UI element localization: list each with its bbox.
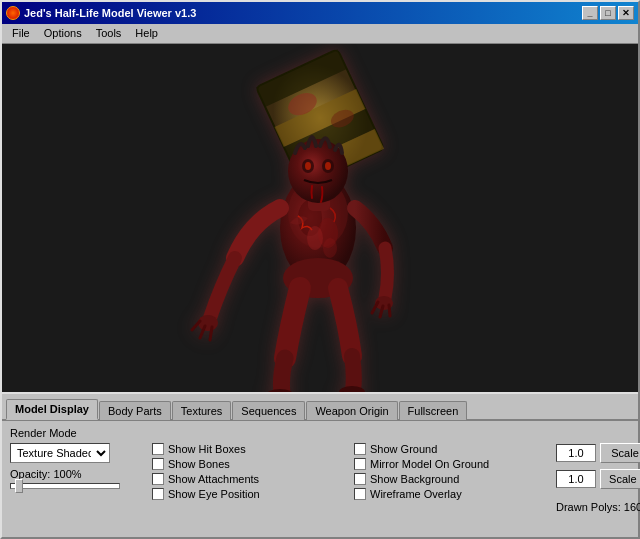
title-bar: Jed's Half-Life Model Viewer v1.3 _ □ ✕ bbox=[2, 2, 638, 24]
show-hit-boxes-checkbox[interactable] bbox=[152, 443, 164, 455]
svg-point-23 bbox=[307, 226, 323, 250]
main-window: Jed's Half-Life Model Viewer v1.3 _ □ ✕ … bbox=[0, 0, 640, 539]
mirror-model-label: Mirror Model On Ground bbox=[370, 458, 489, 470]
show-background-label: Show Background bbox=[370, 473, 459, 485]
show-ground-row: Show Ground bbox=[354, 443, 554, 455]
wireframe-overlay-row: Wireframe Overlay bbox=[354, 488, 554, 500]
show-ground-checkbox[interactable] bbox=[354, 443, 366, 455]
wireframe-overlay-checkbox[interactable] bbox=[354, 488, 366, 500]
close-button[interactable]: ✕ bbox=[618, 6, 634, 20]
maximize-button[interactable]: □ bbox=[600, 6, 616, 20]
svg-point-22 bbox=[325, 162, 331, 170]
render-mode-select[interactable]: Texture Shaded Flat Shaded Wireframe Sol… bbox=[10, 443, 110, 463]
scale-mesh-row: Scale Mesh bbox=[556, 443, 640, 463]
wireframe-overlay-label: Wireframe Overlay bbox=[370, 488, 462, 500]
slider-thumb bbox=[15, 479, 23, 493]
show-attachments-row: Show Attachments bbox=[152, 473, 352, 485]
title-bar-left: Jed's Half-Life Model Viewer v1.3 bbox=[6, 6, 196, 20]
opacity-slider[interactable] bbox=[10, 483, 120, 489]
show-hit-boxes-label: Show Hit Boxes bbox=[168, 443, 246, 455]
checkbox-col-1: Show Hit Boxes Show Bones Show Attachmen… bbox=[152, 443, 352, 500]
show-bones-checkbox[interactable] bbox=[152, 458, 164, 470]
render-mode-row: Render Mode bbox=[10, 427, 630, 439]
mirror-model-row: Mirror Model On Ground bbox=[354, 458, 554, 470]
checkbox-col-2: Show Ground Mirror Model On Ground Show … bbox=[354, 443, 554, 500]
show-eye-position-checkbox[interactable] bbox=[152, 488, 164, 500]
tab-fullscreen[interactable]: Fullscreen bbox=[399, 401, 468, 420]
scale-bones-button[interactable]: Scale Bones bbox=[600, 469, 640, 489]
tab-textures[interactable]: Textures bbox=[172, 401, 232, 420]
left-controls: Texture Shaded Flat Shaded Wireframe Sol… bbox=[10, 443, 150, 489]
svg-point-24 bbox=[323, 238, 337, 258]
slider-row bbox=[10, 483, 150, 489]
controls-grid: Texture Shaded Flat Shaded Wireframe Sol… bbox=[10, 443, 630, 513]
svg-point-21 bbox=[305, 162, 311, 170]
scale-bones-input[interactable] bbox=[556, 470, 596, 488]
menu-file[interactable]: File bbox=[6, 26, 36, 41]
render-mode-label: Render Mode bbox=[10, 427, 77, 439]
show-eye-position-label: Show Eye Position bbox=[168, 488, 260, 500]
show-ground-label: Show Ground bbox=[370, 443, 437, 455]
minimize-button[interactable]: _ bbox=[582, 6, 598, 20]
menu-bar: File Options Tools Help bbox=[2, 24, 638, 44]
bottom-panel: Model Display Body Parts Textures Sequen… bbox=[2, 392, 638, 537]
tab-content-model-display: Render Mode Texture Shaded Flat Shaded W… bbox=[2, 421, 638, 519]
menu-help[interactable]: Help bbox=[129, 26, 164, 41]
menu-options[interactable]: Options bbox=[38, 26, 88, 41]
tab-sequences[interactable]: Sequences bbox=[232, 401, 305, 420]
svg-point-13 bbox=[198, 315, 218, 331]
tab-model-display[interactable]: Model Display bbox=[6, 399, 98, 420]
window-title: Jed's Half-Life Model Viewer v1.3 bbox=[24, 7, 196, 19]
show-bones-row: Show Bones bbox=[152, 458, 352, 470]
menu-tools[interactable]: Tools bbox=[90, 26, 128, 41]
mirror-model-checkbox[interactable] bbox=[354, 458, 366, 470]
show-background-row: Show Background bbox=[354, 473, 554, 485]
show-attachments-checkbox[interactable] bbox=[152, 473, 164, 485]
right-controls: Scale Mesh Scale Bones Drawn Polys: 1600 bbox=[556, 443, 640, 513]
tab-weapon-origin[interactable]: Weapon Origin bbox=[306, 401, 397, 420]
title-bar-buttons: _ □ ✕ bbox=[582, 6, 634, 20]
scale-bones-row: Scale Bones bbox=[556, 469, 640, 489]
show-background-checkbox[interactable] bbox=[354, 473, 366, 485]
tabs-row: Model Display Body Parts Textures Sequen… bbox=[2, 394, 638, 421]
tab-body-parts[interactable]: Body Parts bbox=[99, 401, 171, 420]
show-eye-position-row: Show Eye Position bbox=[152, 488, 352, 500]
show-bones-label: Show Bones bbox=[168, 458, 230, 470]
scale-mesh-input[interactable] bbox=[556, 444, 596, 462]
app-icon bbox=[6, 6, 20, 20]
scale-mesh-button[interactable]: Scale Mesh bbox=[600, 443, 640, 463]
drawn-polys-label: Drawn Polys: 1600 bbox=[556, 501, 640, 513]
dropdown-wrapper: Texture Shaded Flat Shaded Wireframe Sol… bbox=[10, 443, 150, 463]
model-viewport[interactable] bbox=[2, 44, 638, 392]
opacity-label: Opacity: 100% bbox=[10, 468, 150, 480]
model-container bbox=[2, 44, 638, 392]
show-attachments-label: Show Attachments bbox=[168, 473, 259, 485]
model-figure bbox=[190, 44, 450, 392]
show-hit-boxes-row: Show Hit Boxes bbox=[152, 443, 352, 455]
